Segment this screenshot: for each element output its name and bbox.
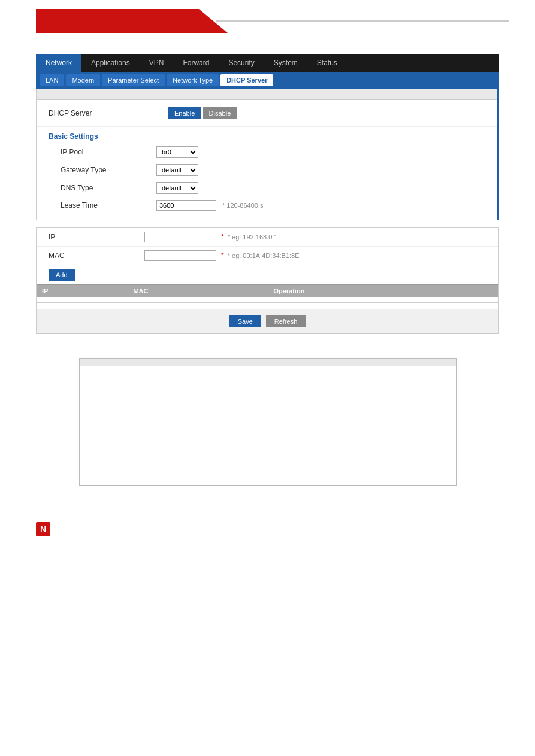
tab-security[interactable]: Security bbox=[219, 54, 264, 72]
tab-network-type[interactable]: Network Type bbox=[167, 74, 219, 86]
save-row: Save Refresh bbox=[37, 309, 498, 333]
table-header-operation: Operation bbox=[268, 285, 498, 297]
ip-pool-control: br0 br1 bbox=[156, 146, 198, 158]
ip-required-star: * bbox=[221, 233, 224, 241]
tab-system[interactable]: System bbox=[264, 54, 307, 72]
dns-type-select[interactable]: default custom bbox=[156, 182, 198, 194]
doc-table-row-1 bbox=[79, 396, 456, 414]
secondary-nav: LAN Modem Parameter Select Network Type … bbox=[36, 72, 499, 89]
primary-nav: Network Applications VPN Forward Securit… bbox=[36, 54, 499, 72]
ip-field-label: IP bbox=[49, 233, 144, 241]
mac-required-star: * bbox=[221, 251, 224, 260]
content-wrapper: DHCP Server Enable Disable Basic Setting… bbox=[36, 89, 499, 220]
tab-modem[interactable]: Modem bbox=[66, 74, 100, 86]
ip-input-row: IP * * eg. 192.168.0.1 bbox=[37, 228, 498, 247]
tab-dhcp-server[interactable]: DHCP Server bbox=[220, 74, 273, 86]
ip-pool-select[interactable]: br0 br1 bbox=[156, 146, 198, 158]
lease-time-hint: * 120-86400 s bbox=[222, 202, 264, 209]
ip-hint: * eg. 192.168.0.1 bbox=[228, 233, 278, 241]
lease-time-control: * 120-86400 s bbox=[156, 200, 264, 211]
table-cell-ip bbox=[37, 297, 128, 303]
footer: N bbox=[0, 516, 535, 542]
basic-settings-header: Basic Settings bbox=[37, 127, 498, 143]
mac-input[interactable] bbox=[144, 250, 216, 261]
gateway-type-select[interactable]: default custom bbox=[156, 164, 198, 176]
doc-table-cell-0-1 bbox=[132, 366, 337, 396]
main-content: Network Applications VPN Forward Securit… bbox=[0, 48, 535, 504]
ip-input[interactable] bbox=[144, 232, 216, 242]
header-logo-shape bbox=[36, 9, 228, 33]
table-header-ip: IP bbox=[37, 285, 128, 297]
doc-table-cell-0-2 bbox=[337, 366, 456, 396]
gateway-type-control: default custom bbox=[156, 164, 198, 176]
content-box: DHCP Server Enable Disable Basic Setting… bbox=[36, 89, 499, 220]
static-ip-box: IP * * eg. 192.168.0.1 MAC * * eg. 00:1A… bbox=[36, 227, 499, 334]
ip-pool-label: IP Pool bbox=[61, 148, 156, 156]
tab-forward[interactable]: Forward bbox=[173, 54, 219, 72]
add-button-container: Add bbox=[37, 265, 498, 284]
mac-hint: * eg. 00:1A:4D:34:B1:8E bbox=[228, 252, 300, 259]
table-header-mac: MAC bbox=[128, 285, 268, 297]
doc-table-header-0 bbox=[79, 359, 132, 366]
doc-table-cell-0-0 bbox=[79, 366, 132, 396]
disable-button[interactable]: Disable bbox=[203, 107, 237, 119]
tab-applications[interactable]: Applications bbox=[81, 54, 140, 72]
doc-table bbox=[79, 358, 457, 486]
doc-table-row-0 bbox=[79, 366, 456, 396]
header-banner bbox=[0, 0, 535, 42]
doc-table-cell-2-2 bbox=[337, 414, 456, 486]
footer-logo: N bbox=[36, 522, 50, 536]
doc-table-header-1 bbox=[132, 359, 337, 366]
mac-field-label: MAC bbox=[49, 251, 144, 260]
doc-table-cell-1-0 bbox=[79, 396, 456, 414]
gateway-type-row: Gateway Type default custom bbox=[37, 161, 498, 179]
mac-input-row: MAC * * eg. 00:1A:4D:34:B1:8E bbox=[37, 247, 498, 265]
lease-time-row: Lease Time * 120-86400 s bbox=[37, 197, 498, 214]
dhcp-server-row: DHCP Server Enable Disable bbox=[37, 100, 498, 127]
content-status-bar bbox=[37, 89, 498, 100]
lease-time-label: Lease Time bbox=[61, 201, 156, 210]
content-right-border bbox=[497, 89, 499, 220]
tab-network[interactable]: Network bbox=[36, 54, 81, 72]
refresh-button[interactable]: Refresh bbox=[266, 315, 306, 327]
ip-mac-table: IP MAC Operation bbox=[37, 284, 498, 303]
dhcp-server-label: DHCP Server bbox=[49, 109, 168, 117]
gateway-type-label: Gateway Type bbox=[61, 166, 156, 174]
dns-type-label: DNS Type bbox=[61, 184, 156, 192]
doc-table-cell-2-0 bbox=[79, 414, 132, 486]
dns-type-row: DNS Type default custom bbox=[37, 179, 498, 197]
dns-type-control: default custom bbox=[156, 182, 198, 194]
doc-table-header-2 bbox=[337, 359, 456, 366]
ip-pool-row: IP Pool br0 br1 bbox=[37, 143, 498, 161]
tab-status[interactable]: Status bbox=[307, 54, 347, 72]
tab-lan[interactable]: LAN bbox=[40, 74, 64, 86]
table-cell-operation bbox=[268, 297, 498, 303]
ip-input-group: * * eg. 192.168.0.1 bbox=[144, 232, 277, 242]
table-row bbox=[37, 297, 498, 303]
save-button[interactable]: Save bbox=[229, 315, 261, 327]
enable-button[interactable]: Enable bbox=[168, 107, 201, 119]
table-cell-mac bbox=[128, 297, 268, 303]
doc-table-row-2 bbox=[79, 414, 456, 486]
tab-vpn[interactable]: VPN bbox=[140, 54, 174, 72]
lease-time-input[interactable] bbox=[156, 200, 216, 211]
doc-table-cell-2-1 bbox=[132, 414, 337, 486]
tab-parameter-select[interactable]: Parameter Select bbox=[102, 74, 165, 86]
dhcp-toggle-group: Enable Disable bbox=[168, 107, 237, 119]
add-button[interactable]: Add bbox=[49, 269, 75, 281]
mac-input-group: * * eg. 00:1A:4D:34:B1:8E bbox=[144, 250, 300, 261]
header-divider bbox=[216, 20, 509, 22]
